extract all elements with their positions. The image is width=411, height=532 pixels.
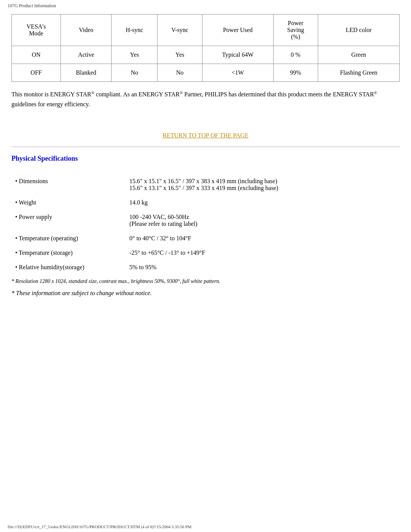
table-row: OFF Blanked No No <1W 99% Flashing Green bbox=[12, 64, 400, 82]
cell-vsync-yes: Yes bbox=[158, 46, 202, 64]
bottom-bar-text: file:///D|/EDFU/crt_17_5/edoc/ENGLISH/10… bbox=[8, 524, 191, 529]
list-item: • Power supply 100 -240 VAC, 60-50Hz (Pl… bbox=[11, 210, 400, 231]
spec-value-temp-storage: -25° to +65°C / -13° to +149°F bbox=[126, 246, 400, 260]
cell-hsync-yes: Yes bbox=[112, 46, 158, 64]
cell-power-used-typical: Typical 64W bbox=[202, 46, 273, 64]
cell-power-saving-99: 99% bbox=[273, 64, 318, 82]
spec-label-temp-operating: • Temperature (operating) bbox=[11, 231, 126, 246]
col-header-power-used: Power Used bbox=[202, 14, 273, 46]
col-header-power-saving: PowerSaving(%) bbox=[273, 14, 318, 46]
subject-to-change-note: * These information are subject to chang… bbox=[11, 290, 400, 297]
cell-mode-off: OFF bbox=[12, 64, 61, 82]
bottom-bar: file:///D|/EDFU/crt_17_5/edoc/ENGLISH/10… bbox=[0, 524, 411, 529]
cell-video-blanked: Blanked bbox=[61, 64, 112, 82]
top-bar: 107G Product Information bbox=[0, 0, 411, 10]
list-item: • Dimensions 15.6" x 15.1" x 16.5" / 397… bbox=[11, 174, 400, 195]
list-item: • Weight 14.0 kg bbox=[11, 195, 400, 210]
spec-value-humidity: 5% to 95% bbox=[126, 260, 400, 275]
col-header-video: Video bbox=[61, 14, 112, 46]
spec-value-dimensions: 15.6" x 15.1" x 16.5" / 397 x 383 x 419 … bbox=[126, 174, 400, 195]
spec-label-temp-storage: • Temperature (storage) bbox=[11, 246, 126, 260]
spec-power-line1: 100 -240 VAC, 60-50Hz bbox=[129, 214, 189, 220]
spec-label-dimensions: • Dimensions bbox=[11, 174, 126, 195]
cell-video-active: Active bbox=[61, 46, 112, 64]
col-header-vsync: V-sync bbox=[158, 14, 202, 46]
cell-led-flashing-green: Flashing Green bbox=[318, 64, 400, 82]
cell-vsync-no: No bbox=[158, 64, 202, 82]
return-link-container: RETURN TO TOP OF THE PAGE bbox=[11, 132, 400, 139]
list-item: • Temperature (operating) 0° to 40°C / 3… bbox=[11, 231, 400, 246]
cell-power-saving-0: 0 % bbox=[273, 46, 318, 64]
cell-hsync-no: No bbox=[112, 64, 158, 82]
spec-value-weight: 14.0 kg bbox=[126, 195, 400, 210]
list-item: • Temperature (storage) -25° to +65°C / … bbox=[11, 246, 400, 260]
list-item: • Relative humidity(storage) 5% to 95% bbox=[11, 260, 400, 275]
col-header-led-color: LED color bbox=[318, 14, 400, 46]
table-row: ON Active Yes Yes Typical 64W 0 % Green bbox=[12, 46, 400, 64]
spec-label-humidity: • Relative humidity(storage) bbox=[11, 260, 126, 275]
top-bar-label: 107G Product Information bbox=[8, 3, 56, 8]
spec-label-power-supply: • Power supply bbox=[11, 210, 126, 231]
section-divider bbox=[11, 147, 400, 147]
energy-star-paragraph: This monitor is ENERGY STAR® compliant. … bbox=[11, 89, 400, 109]
resolution-footnote: * Resolution 1280 x 1024, standard size,… bbox=[11, 278, 400, 284]
spec-dimensions-line1: 15.6" x 15.1" x 16.5" / 397 x 383 x 419 … bbox=[129, 178, 277, 184]
cell-mode-on: ON bbox=[12, 46, 61, 64]
return-to-top-link[interactable]: RETURN TO TOP OF THE PAGE bbox=[162, 132, 248, 139]
col-header-hsync: H-sync bbox=[112, 14, 158, 46]
spec-dimensions-line2: 15.6" x 13.1" x 16.5" / 397 x 333 x 419 … bbox=[129, 185, 278, 191]
spec-label-weight: • Weight bbox=[11, 195, 126, 210]
cell-power-used-1w: <1W bbox=[202, 64, 273, 82]
power-table: VESA'sMode Video H-sync V-sync Power Use… bbox=[11, 14, 400, 82]
physical-specs-title: Physical Specifications bbox=[11, 155, 400, 163]
physical-specs-section: Physical Specifications • Dimensions 15.… bbox=[11, 155, 400, 297]
spec-value-temp-operating: 0° to 40°C / 32° to 104°F bbox=[126, 231, 400, 246]
main-content: VESA'sMode Video H-sync V-sync Power Use… bbox=[0, 10, 411, 335]
col-header-mode: VESA'sMode bbox=[12, 14, 61, 46]
spec-value-power-supply: 100 -240 VAC, 60-50Hz (Please refer to r… bbox=[126, 210, 400, 231]
spec-power-line2: (Please refer to rating label) bbox=[129, 220, 198, 227]
specs-table: • Dimensions 15.6" x 15.1" x 16.5" / 397… bbox=[11, 174, 400, 275]
cell-led-green: Green bbox=[318, 46, 400, 64]
